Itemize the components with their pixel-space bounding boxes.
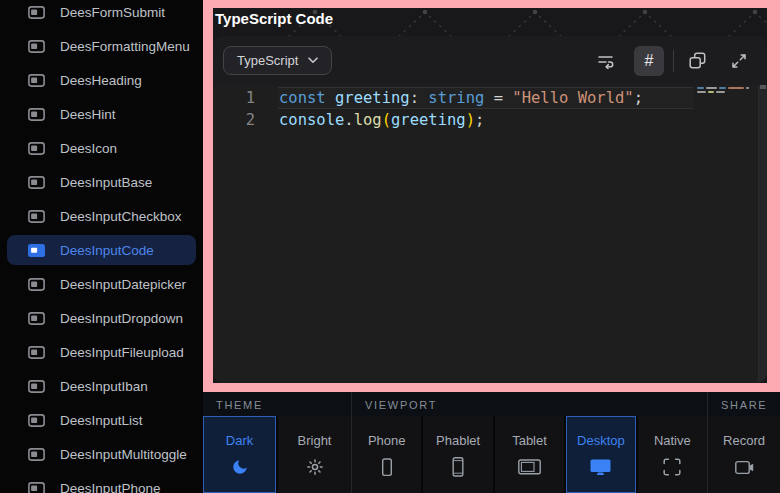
record-icon [735,458,754,476]
sidebar-item-DeesIcon[interactable]: DeesIcon [7,133,196,163]
button-label: Bright [298,433,332,448]
code-editor[interactable]: 1const greeting: string = "Hello World";… [213,85,767,383]
minimap [697,87,757,95]
code-text: console.log(greeting); [279,109,484,131]
line-number: 1 [213,87,265,109]
sidebar-item-DeesInputCode[interactable]: DeesInputCode [7,235,196,265]
toolbar-buttons: Record [708,416,780,493]
component-icon [28,346,45,359]
button-label: Phablet [436,433,480,448]
component-icon [28,40,45,53]
component-icon [28,108,45,121]
preview-frame: TypeScript Code TypeScript # [203,0,780,392]
component-icon [28,312,45,325]
toolbar-section-theme: THEMEDarkBright [203,392,351,493]
native-button[interactable]: Native [638,416,707,493]
sidebar-item-DeesInputMultitoggle[interactable]: DeesInputMultitoggle [7,439,196,469]
minimap-slider[interactable] [760,85,766,89]
sidebar-item-label: DeesIcon [60,141,117,156]
code-panel-header: TypeScript # [213,36,767,85]
sidebar-item-label: DeesHeading [60,73,142,88]
properties-toolbar: THEMEDarkBrightVIEWPORTPhonePhabletTable… [203,392,780,493]
sidebar-item-DeesFormattingMenu[interactable]: DeesFormattingMenu [7,31,196,61]
phone-button[interactable]: Phone [352,416,421,493]
sidebar-item-DeesInputFileupload[interactable]: DeesInputFileupload [7,337,196,367]
sidebar-item-DeesHint[interactable]: DeesHint [7,99,196,129]
sidebar-item-label: DeesInputPhone [60,481,161,493]
sidebar-item-label: DeesInputList [60,413,143,428]
line-numbers-icon[interactable]: # [634,46,664,76]
sidebar-item-label: DeesInputCode [60,243,154,258]
bright-button[interactable]: Bright [278,416,351,493]
minimap-line [697,91,757,93]
line-number: 2 [213,109,265,131]
component-icon [28,142,45,155]
phone-icon [378,458,396,476]
code-panel: TypeScript # 1const greeting: string = "… [213,36,767,383]
sidebar-item-DeesInputCheckbox[interactable]: DeesInputCheckbox [7,201,196,231]
code-text: const greeting: string = "Hello World"; [279,87,643,109]
main-area: TypeScript Code TypeScript # [203,0,780,493]
sidebar-item-DeesInputDatepicker[interactable]: DeesInputDatepicker [7,269,196,299]
component-sidebar: DeesFormSubmitDeesFormattingMenuDeesHead… [0,0,203,493]
toolbar-section-share: SHARERecord [707,392,780,493]
component-icon [28,482,45,493]
language-dropdown[interactable]: TypeScript [223,46,332,75]
sidebar-item-DeesInputIban[interactable]: DeesInputIban [7,371,196,401]
sidebar-item-DeesInputPhone[interactable]: DeesInputPhone [7,473,196,493]
button-label: Tablet [512,433,547,448]
component-icon [28,210,45,223]
toolbar-section-label: THEME [203,392,351,416]
sidebar-item-DeesHeading[interactable]: DeesHeading [7,65,196,95]
sidebar-item-label: DeesInputDropdown [60,311,183,326]
language-dropdown-label: TypeScript [237,53,298,68]
component-list: DeesFormSubmitDeesFormattingMenuDeesHead… [7,0,196,493]
component-icon [28,414,45,427]
dark-button[interactable]: Dark [203,416,276,493]
moon-icon [231,458,249,476]
sidebar-item-label: DeesHint [60,107,116,122]
phablet-icon [449,458,467,476]
sidebar-item-DeesInputDropdown[interactable]: DeesInputDropdown [7,303,196,333]
sidebar-item-DeesFormSubmit[interactable]: DeesFormSubmit [7,0,196,27]
code-line[interactable]: 1const greeting: string = "Hello World"; [213,87,767,109]
sidebar-item-label: DeesInputIban [60,379,148,394]
sidebar-item-DeesInputBase[interactable]: DeesInputBase [7,167,196,197]
phablet-button[interactable]: Phablet [423,416,492,493]
toolbar-buttons: PhonePhabletTabletDesktopNative [352,416,707,493]
tablet-icon [518,458,541,476]
component-icon [28,278,45,291]
sidebar-item-label: DeesInputMultitoggle [60,447,187,462]
sun-icon [306,458,324,476]
button-label: Phone [368,433,406,448]
header-divider [673,50,674,72]
copy-icon[interactable] [683,47,711,75]
button-label: Dark [226,433,253,448]
expand-icon[interactable] [725,47,753,75]
sidebar-item-DeesInputList[interactable]: DeesInputList [7,405,196,435]
component-icon [28,244,45,257]
record-button[interactable]: Record [708,416,780,493]
button-label: Desktop [577,433,625,448]
sidebar-item-label: DeesFormattingMenu [60,39,190,54]
native-icon [663,458,681,476]
minimap-scrollbar[interactable] [758,85,767,383]
desktop-button[interactable]: Desktop [566,416,635,493]
sidebar-item-label: DeesInputDatepicker [60,277,186,292]
sidebar-item-label: DeesInputFileupload [60,345,184,360]
toolbar-section-label: SHARE [708,392,780,416]
sidebar-item-label: DeesInputCheckbox [60,209,182,224]
toolbar-buttons: DarkBright [203,416,351,493]
sidebar-item-label: DeesInputBase [60,175,152,190]
desktop-icon [590,458,611,476]
toolbar-section-viewport: VIEWPORTPhonePhabletTabletDesktopNative [351,392,707,493]
word-wrap-icon[interactable] [592,47,620,75]
component-icon [28,6,45,19]
component-icon [28,380,45,393]
sidebar-item-label: DeesFormSubmit [60,5,165,20]
button-label: Native [654,433,691,448]
button-label: Record [723,433,765,448]
tablet-button[interactable]: Tablet [495,416,564,493]
code-line[interactable]: 2console.log(greeting); [213,109,767,131]
component-icon [28,176,45,189]
